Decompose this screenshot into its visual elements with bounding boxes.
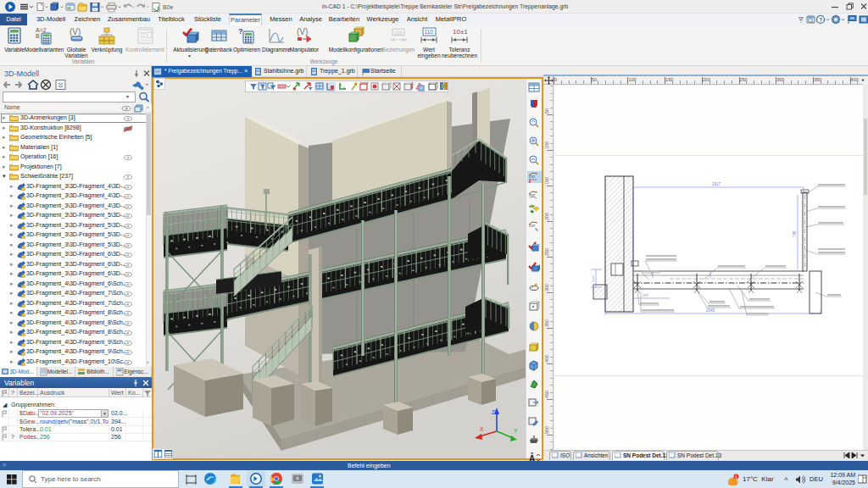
svg-text:B: B bbox=[36, 33, 40, 39]
svg-text:110: 110 bbox=[425, 29, 434, 35]
svg-text:A=2: A=2 bbox=[36, 27, 47, 33]
svg-text:2545: 2545 bbox=[706, 308, 715, 313]
svg-text:100: 100 bbox=[544, 141, 549, 149]
svg-text:200: 200 bbox=[544, 213, 549, 220]
svg-text:?: ? bbox=[819, 17, 822, 23]
svg-text:400: 400 bbox=[544, 355, 549, 363]
svg-text:B0v: B0v bbox=[163, 4, 173, 10]
svg-text:fmr: fmr bbox=[529, 223, 536, 228]
svg-text:300: 300 bbox=[544, 284, 549, 291]
svg-text:Y: Y bbox=[514, 428, 518, 434]
svg-text:50: 50 bbox=[544, 108, 549, 114]
svg-text:(V): (V) bbox=[297, 27, 308, 36]
svg-text:500: 500 bbox=[544, 426, 549, 434]
svg-text:fmr: fmr bbox=[529, 174, 536, 179]
svg-text:250: 250 bbox=[544, 248, 549, 256]
svg-text:263: 263 bbox=[643, 293, 648, 297]
svg-text:?: ? bbox=[238, 27, 243, 36]
svg-text:745: 745 bbox=[793, 230, 797, 237]
svg-text:110: 110 bbox=[394, 30, 403, 36]
svg-text:Z: Z bbox=[492, 409, 495, 415]
svg-text:10±1: 10±1 bbox=[453, 28, 468, 36]
svg-text:X: X bbox=[480, 426, 484, 432]
svg-text:450: 450 bbox=[544, 391, 549, 398]
svg-text:150: 150 bbox=[544, 177, 549, 185]
svg-text:2917: 2917 bbox=[712, 182, 721, 186]
svg-text:350: 350 bbox=[544, 319, 549, 327]
svg-text:(V): (V) bbox=[70, 27, 81, 36]
